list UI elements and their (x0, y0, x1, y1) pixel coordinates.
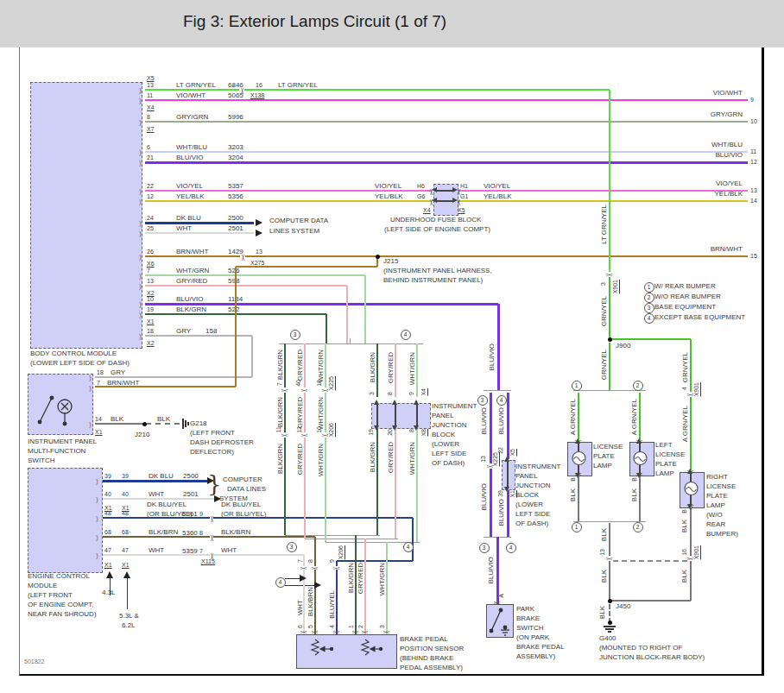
right-license-plate-lamp-bulb-icon (685, 482, 698, 495)
left-license-plate-lamp-bulb-icon (634, 452, 647, 465)
license-plate-lamp-bulb-icon (572, 452, 585, 465)
component-symbols (0, 0, 784, 693)
park-brake-switch-symbol (490, 608, 509, 635)
multifunction-switch-symbol (38, 396, 72, 425)
bpp-sensor-potentiometer-symbols (312, 639, 383, 655)
wiring-diagram-page: Fig 3: Exterior Lamps Circuit (1 of 7) R… (0, 0, 784, 693)
